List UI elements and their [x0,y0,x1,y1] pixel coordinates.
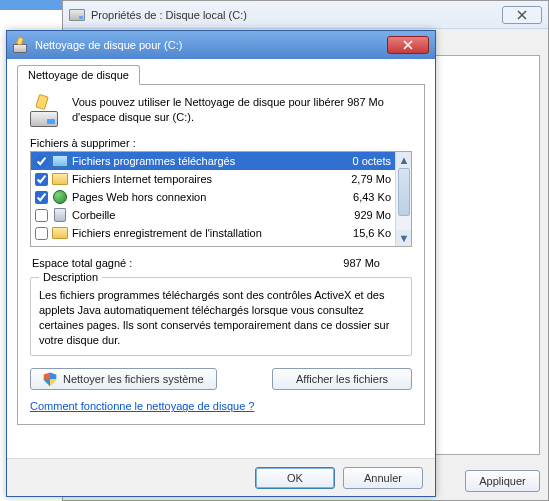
file-row[interactable]: Pages Web hors connexion6,43 Ko [31,188,395,206]
properties-title: Propriétés de : Disque local (C:) [91,9,247,21]
cleanup-icon [13,37,29,53]
cleanup-panel: Vous pouvez utiliser le Nettoyage de dis… [17,84,425,425]
description-text: Les fichiers programmes téléchargés sont… [39,288,403,347]
scrollbar[interactable]: ▲ ▼ [395,152,411,246]
properties-footer: Appliquer [465,470,540,492]
description-group: Description Les fichiers programmes télé… [30,277,412,356]
file-row-label: Fichiers programmes téléchargés [72,155,317,167]
recycle-bin-icon [52,207,68,223]
file-row-size: 2,79 Mo [321,173,391,185]
file-row-checkbox[interactable] [35,155,48,168]
drive-icon [69,9,85,21]
description-title: Description [39,271,102,283]
scroll-thumb[interactable] [398,168,410,216]
cleanup-window: Nettoyage de disque pour (C:) Nettoyage … [6,30,436,497]
ok-button[interactable]: OK [255,467,335,489]
cleanup-body: Nettoyage de disque Vous pouvez utiliser… [7,59,435,458]
apply-button[interactable]: Appliquer [465,470,540,492]
folder-icon [52,225,68,241]
file-row-size: 929 Mo [321,209,391,221]
action-buttons: Nettoyer les fichiers système Afficher l… [30,368,412,390]
intro-text: Vous pouvez utiliser le Nettoyage de dis… [72,95,412,125]
globe-icon [52,189,68,205]
file-row-label: Fichiers enregistrement de l'installatio… [72,227,317,239]
cleanup-close-button[interactable] [387,36,429,54]
cleanup-tabs: Nettoyage de disque [17,65,425,85]
help-link[interactable]: Comment fonctionne le nettoyage de disqu… [30,400,254,412]
file-row-size: 15,6 Ko [321,227,391,239]
file-row-size: 6,43 Ko [321,191,391,203]
cleanup-title: Nettoyage de disque pour (C:) [35,39,182,51]
file-row[interactable]: Corbeille929 Mo [31,206,395,224]
shield-icon [43,372,57,386]
clean-system-files-button[interactable]: Nettoyer les fichiers système [30,368,217,390]
cleanup-titlebar[interactable]: Nettoyage de disque pour (C:) [7,31,435,59]
intro-row: Vous pouvez utiliser le Nettoyage de dis… [30,95,412,127]
total-label: Espace total gagné : [32,257,132,269]
background-window-sliver [0,0,62,10]
file-row-checkbox[interactable] [35,191,48,204]
folder-icon [52,153,68,169]
properties-close-button[interactable] [502,6,542,24]
total-row: Espace total gagné : 987 Mo [32,257,410,269]
file-row-size: 0 octets [321,155,391,167]
file-list: Fichiers programmes téléchargés0 octetsF… [30,151,412,247]
file-row-checkbox[interactable] [35,209,48,222]
file-row[interactable]: Fichiers enregistrement de l'installatio… [31,224,395,242]
folder-icon [52,171,68,187]
file-row-checkbox[interactable] [35,227,48,240]
tab-cleanup[interactable]: Nettoyage de disque [17,65,140,85]
scroll-up-icon[interactable]: ▲ [396,152,412,168]
files-to-delete-label: Fichiers à supprimer : [30,137,412,149]
clean-system-files-label: Nettoyer les fichiers système [63,373,204,385]
cleanup-footer: OK Annuler [7,458,435,496]
file-row-label: Pages Web hors connexion [72,191,317,203]
total-value: 987 Mo [343,257,380,269]
file-row[interactable]: Fichiers programmes téléchargés0 octets [31,152,395,170]
close-icon [517,10,527,20]
file-row-label: Corbeille [72,209,317,221]
close-icon [403,40,413,50]
view-files-button[interactable]: Afficher les fichiers [272,368,412,390]
scroll-down-icon[interactable]: ▼ [396,230,412,246]
file-row-label: Fichiers Internet temporaires [72,173,317,185]
properties-titlebar[interactable]: Propriétés de : Disque local (C:) [63,1,548,29]
cleanup-big-icon [30,95,62,127]
file-row[interactable]: Fichiers Internet temporaires2,79 Mo [31,170,395,188]
file-row-checkbox[interactable] [35,173,48,186]
cancel-button[interactable]: Annuler [343,467,423,489]
